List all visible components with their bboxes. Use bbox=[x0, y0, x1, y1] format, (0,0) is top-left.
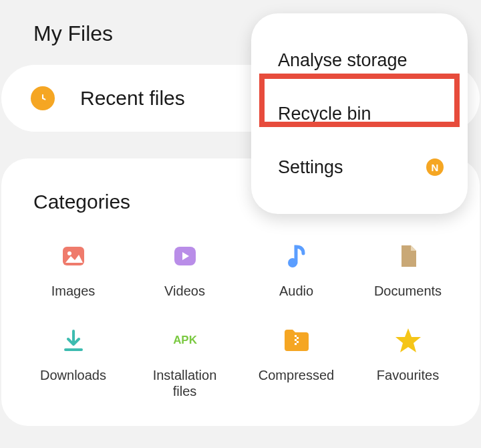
category-favourites[interactable]: Favourites bbox=[352, 326, 464, 399]
svg-rect-10 bbox=[297, 341, 299, 343]
video-icon bbox=[170, 241, 200, 271]
recent-files-label: Recent files bbox=[80, 87, 185, 110]
category-label: Installation files bbox=[153, 367, 217, 399]
svg-rect-11 bbox=[295, 343, 297, 345]
category-label: Documents bbox=[374, 283, 442, 299]
category-documents[interactable]: Documents bbox=[352, 241, 464, 299]
download-icon bbox=[59, 326, 88, 355]
category-audio[interactable]: Audio bbox=[240, 241, 352, 299]
menu-settings[interactable]: Settings N bbox=[251, 140, 468, 194]
category-images[interactable]: Images bbox=[17, 241, 129, 299]
categories-grid: Images Videos Audio bbox=[1, 241, 480, 399]
category-downloads[interactable]: Downloads bbox=[17, 326, 129, 399]
star-icon bbox=[393, 326, 423, 355]
menu-item-label: Analyse storage bbox=[278, 50, 408, 71]
document-icon bbox=[393, 241, 423, 271]
svg-text:APK: APK bbox=[173, 334, 197, 346]
notification-badge: N bbox=[426, 158, 444, 176]
category-label: Audio bbox=[279, 283, 313, 299]
clock-icon bbox=[31, 86, 55, 110]
apk-icon: APK bbox=[170, 326, 200, 355]
compressed-icon bbox=[282, 326, 311, 355]
category-installation-files[interactable]: APK Installation files bbox=[129, 326, 240, 399]
category-label: Compressed bbox=[259, 367, 334, 383]
menu-item-label: Settings bbox=[278, 157, 343, 178]
svg-rect-9 bbox=[295, 339, 297, 341]
category-compressed[interactable]: Compressed bbox=[240, 326, 352, 399]
svg-rect-8 bbox=[297, 337, 299, 339]
category-label: Downloads bbox=[40, 367, 106, 383]
category-label: Videos bbox=[164, 283, 205, 299]
menu-item-label: Recycle bin bbox=[278, 104, 371, 124]
menu-recycle-bin[interactable]: Recycle bin bbox=[251, 87, 468, 140]
category-label: Favourites bbox=[377, 367, 439, 383]
category-label: Images bbox=[51, 283, 96, 299]
menu-analyse-storage[interactable]: Analyse storage bbox=[251, 33, 468, 87]
overflow-menu: Analyse storage Recycle bin Settings N bbox=[251, 13, 468, 214]
svg-point-2 bbox=[67, 251, 71, 255]
image-icon bbox=[59, 241, 88, 271]
svg-rect-7 bbox=[295, 335, 297, 337]
category-videos[interactable]: Videos bbox=[129, 241, 240, 299]
audio-icon bbox=[282, 241, 311, 271]
